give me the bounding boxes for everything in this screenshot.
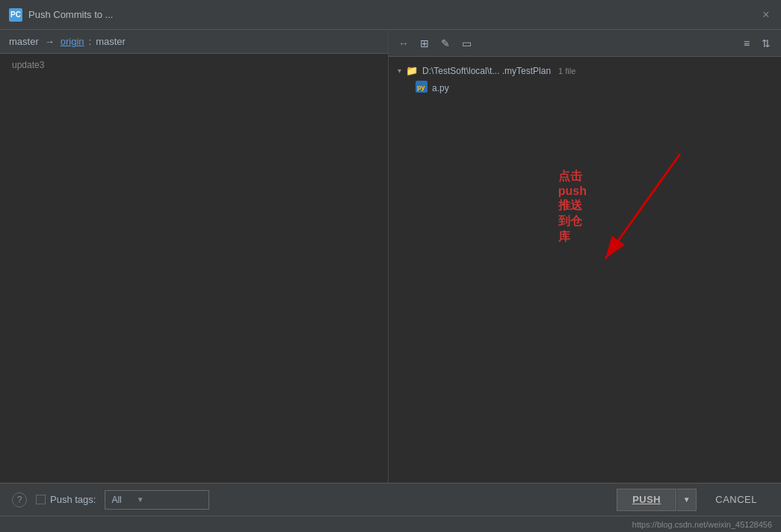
- right-panel: ↔ ⊞ ✎ ▭ ≡ ⇅ ▾ 📁 D:\TestSoft\local\t... .…: [389, 30, 781, 483]
- folder-path: D:\TestSoft\local\t... .myTestPlan: [422, 66, 551, 76]
- chevron-down-icon: ▾: [398, 66, 401, 75]
- status-bar: https://blog.csdn.net/weixin_45128456: [0, 516, 781, 532]
- svg-text:py: py: [417, 84, 425, 91]
- tags-value: All: [111, 495, 121, 505]
- tree-file[interactable]: py a.py: [392, 78, 778, 97]
- main-content: master → origin : master update3 ↔ ⊞ ✎: [0, 30, 781, 483]
- branch-to: master: [96, 36, 126, 47]
- branch-separator: :: [89, 36, 92, 47]
- tags-select[interactable]: All ▼: [105, 490, 209, 510]
- file-count: 1 file: [558, 66, 575, 75]
- push-button[interactable]: PUSH: [617, 489, 676, 511]
- sort-icon[interactable]: ≡: [738, 34, 756, 52]
- tree-folder: ▾ 📁 D:\TestSoft\local\t... .myTestPlan 1…: [392, 63, 778, 78]
- right-toolbar: ↔ ⊞ ✎ ▭ ≡ ⇅: [389, 30, 781, 57]
- dialog-title: Push Commits to ...: [28, 9, 113, 20]
- toolbar-right: ≡ ⇅: [738, 34, 775, 52]
- filter-icon[interactable]: ⇅: [757, 34, 775, 52]
- close-button[interactable]: ×: [760, 9, 772, 21]
- help-button[interactable]: ?: [12, 492, 27, 507]
- bottom-bar: ? Push tags: All ▼ PUSH ▼ CANCEL: [0, 483, 781, 516]
- list-item[interactable]: update3: [0, 57, 388, 73]
- cancel-button[interactable]: CANCEL: [703, 489, 769, 511]
- chevron-down-icon: ▼: [683, 495, 691, 504]
- bottom-right: PUSH ▼ CANCEL: [617, 489, 769, 511]
- file-name: a.py: [432, 83, 449, 93]
- title-bar-left: PC Push Commits to ...: [9, 8, 113, 22]
- edit-icon[interactable]: ✎: [436, 34, 454, 52]
- branch-arrow: →: [45, 36, 55, 47]
- navigate-icon[interactable]: ↔: [395, 34, 413, 52]
- branch-header: master → origin : master: [0, 30, 388, 54]
- chevron-down-icon: ▼: [137, 495, 144, 504]
- annotation-arrow: [389, 57, 781, 483]
- bottom-left: ? Push tags: All ▼: [12, 490, 209, 510]
- python-file-icon: py: [416, 81, 427, 95]
- push-tags-area: Push tags:: [36, 494, 96, 505]
- status-url: https://blog.csdn.net/weixin_45128456: [632, 520, 772, 529]
- branch-from: master: [9, 36, 39, 47]
- push-tags-label: Push tags:: [50, 494, 96, 505]
- title-bar: PC Push Commits to ... ×: [0, 0, 781, 30]
- svg-line-3: [605, 154, 680, 259]
- grid-icon[interactable]: ⊞: [416, 34, 433, 52]
- toolbar-left: ↔ ⊞ ✎ ▭: [395, 34, 475, 52]
- push-dropdown-button[interactable]: ▼: [677, 489, 697, 511]
- window-icon[interactable]: ▭: [457, 34, 475, 52]
- folder-icon: 📁: [406, 65, 418, 76]
- push-commits-dialog: PC Push Commits to ... × master → origin…: [0, 0, 781, 532]
- file-tree: ▾ 📁 D:\TestSoft\local\t... .myTestPlan 1…: [389, 57, 781, 103]
- annotation-text: 点击push推送到仓库: [558, 169, 587, 245]
- branch-link[interactable]: origin: [61, 36, 84, 47]
- left-panel: master → origin : master update3: [0, 30, 389, 483]
- commit-list: update3: [0, 54, 388, 483]
- push-tags-checkbox[interactable]: [36, 495, 46, 504]
- app-icon: PC: [9, 8, 22, 22]
